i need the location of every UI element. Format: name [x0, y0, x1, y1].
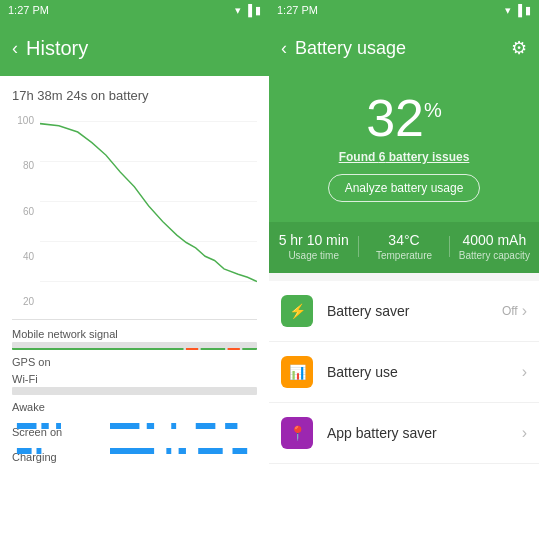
app-battery-saver-item[interactable]: 📍 App battery saver ›	[269, 403, 539, 464]
svg-rect-17	[171, 423, 176, 429]
svg-rect-22	[110, 448, 154, 454]
app-battery-saver-chevron: ›	[522, 424, 527, 442]
signal-icon: ▐	[244, 4, 252, 16]
svg-rect-23	[166, 448, 171, 454]
left-status-icons: ▾ ▐ ▮	[235, 4, 261, 17]
temperature-label: Temperature	[376, 250, 432, 261]
battery-use-chevron: ›	[522, 363, 527, 381]
svg-rect-9	[242, 348, 257, 350]
temperature-value: 34°C	[388, 232, 419, 248]
back-button[interactable]: ‹	[12, 38, 18, 59]
issues-prefix: Found	[339, 150, 379, 164]
battery-saver-chevron: ›	[522, 302, 527, 320]
left-status-bar: 1:27 PM ▾ ▐ ▮	[0, 0, 269, 20]
app-battery-saver-icon: 📍	[289, 425, 306, 441]
chart-label-20: 20	[12, 296, 34, 307]
battery-time-text: 17h 38m 24s on battery	[12, 88, 257, 103]
svg-rect-26	[233, 448, 248, 454]
usage-time-value: 5 hr 10 min	[279, 232, 349, 248]
battery-use-item[interactable]: 📊 Battery use ›	[269, 342, 539, 403]
stat-usage-time: 5 hr 10 min Usage time	[269, 232, 358, 261]
right-panel: 1:27 PM ▾ ▐ ▮ ‹ Battery usage ⚙ 32 % Fou…	[269, 0, 539, 560]
mobile-signal-bar	[12, 342, 257, 350]
capacity-label: Battery capacity	[459, 250, 530, 261]
gps-label: GPS on	[12, 356, 257, 368]
stat-capacity: 4000 mAh Battery capacity	[450, 232, 539, 261]
left-page-title: History	[26, 37, 88, 60]
mobile-signal-label: Mobile network signal	[12, 328, 257, 340]
battery-percent-value: 32	[366, 92, 424, 144]
right-time: 1:27 PM	[277, 4, 318, 16]
signal-section: Mobile network signal GPS on Wi-Fi	[12, 328, 257, 463]
gps-row: GPS on	[12, 356, 257, 368]
right-back-button[interactable]: ‹	[281, 38, 287, 59]
battery-use-icon: 📊	[289, 364, 306, 380]
right-status-icons: ▾ ▐ ▮	[505, 4, 531, 17]
svg-rect-19	[225, 423, 237, 429]
svg-rect-18	[196, 423, 216, 429]
svg-rect-7	[201, 348, 226, 350]
issues-suffix: battery issues	[385, 150, 469, 164]
svg-rect-13	[41, 423, 48, 429]
left-content: 17h 38m 24s on battery 100 80 60 40 20	[0, 76, 269, 560]
chart-labels: 100 80 60 40 20	[12, 111, 34, 311]
chart-svg-container	[40, 111, 257, 311]
battery-icon-sm: ▮	[255, 4, 261, 17]
chart-label-60: 60	[12, 206, 34, 217]
screen-on-row: Screen on	[12, 426, 257, 446]
svg-rect-20	[17, 448, 32, 454]
right-header: ‹ Battery usage ⚙	[269, 20, 539, 76]
percent-sign: %	[424, 100, 442, 120]
battery-use-icon-wrap: 📊	[281, 356, 313, 388]
battery-saver-icon: ⚡	[289, 303, 306, 319]
svg-rect-16	[147, 423, 154, 429]
battery-percent-display: 32 %	[366, 92, 442, 144]
svg-rect-5	[12, 348, 184, 350]
left-panel: 1:27 PM ▾ ▐ ▮ ‹ History 17h 38m 24s on b…	[0, 0, 269, 560]
svg-rect-21	[37, 448, 42, 454]
app-battery-saver-label: App battery saver	[327, 425, 522, 441]
battery-chart: 100 80 60 40 20	[12, 111, 257, 311]
right-wifi-icon: ▾	[505, 4, 511, 17]
capacity-value: 4000 mAh	[462, 232, 526, 248]
awake-row: Awake	[12, 401, 257, 421]
right-status-bar: 1:27 PM ▾ ▐ ▮	[269, 0, 539, 20]
analyze-button[interactable]: Analyze battery usage	[328, 174, 481, 202]
battery-saver-status: Off	[502, 304, 518, 318]
chart-label-100: 100	[12, 115, 34, 126]
right-header-left: ‹ Battery usage	[281, 38, 406, 59]
wifi-bar	[12, 387, 257, 395]
usage-time-label: Usage time	[288, 250, 339, 261]
battery-menu-list: ⚡ Battery saver Off › 📊 Battery use › 📍 …	[269, 281, 539, 560]
right-signal-icon: ▐	[514, 4, 522, 16]
battery-use-label: Battery use	[327, 364, 522, 380]
left-header: ‹ History	[0, 20, 269, 76]
battery-hero: 32 % Found 6 battery issues Analyze batt…	[269, 76, 539, 222]
svg-rect-25	[198, 448, 223, 454]
battery-saver-icon-wrap: ⚡	[281, 295, 313, 327]
awake-label: Awake	[12, 401, 257, 413]
stat-temperature: 34°C Temperature	[359, 232, 448, 261]
app-battery-saver-icon-wrap: 📍	[281, 417, 313, 449]
battery-saver-item[interactable]: ⚡ Battery saver Off ›	[269, 281, 539, 342]
chart-divider	[12, 319, 257, 320]
wifi-row: Wi-Fi	[12, 373, 257, 395]
right-page-title: Battery usage	[295, 38, 406, 59]
wifi-label: Wi-Fi	[12, 373, 257, 385]
right-battery-icon: ▮	[525, 4, 531, 17]
svg-rect-24	[179, 448, 186, 454]
svg-rect-14	[56, 423, 61, 429]
chart-label-40: 40	[12, 251, 34, 262]
awake-bar	[12, 415, 257, 421]
settings-icon[interactable]: ⚙	[511, 37, 527, 59]
chart-label-80: 80	[12, 160, 34, 171]
screen-on-bar	[12, 440, 257, 446]
left-time: 1:27 PM	[8, 4, 49, 16]
wifi-icon: ▾	[235, 4, 241, 17]
svg-rect-6	[186, 348, 198, 350]
svg-rect-12	[17, 423, 37, 429]
mobile-signal-row: Mobile network signal	[12, 328, 257, 350]
svg-rect-15	[110, 423, 139, 429]
battery-issues-text: Found 6 battery issues	[339, 150, 470, 164]
svg-rect-8	[228, 348, 240, 350]
